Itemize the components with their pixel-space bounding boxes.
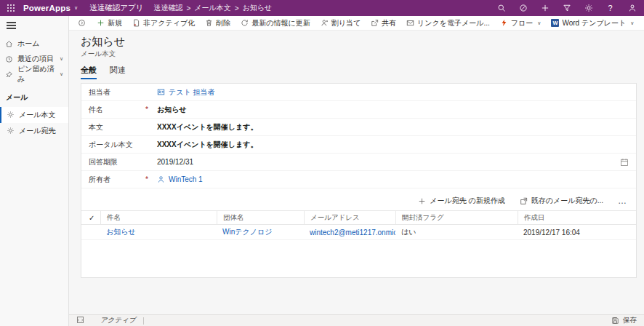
subgrid-new-button[interactable]: メール宛先 の新規作成 [418,196,504,206]
sidebar-section-mail: メール [0,82,68,107]
account-icon[interactable] [627,4,637,13]
subgrid-command-bar: メール宛先 の新規作成 既存のメール宛先の... … [81,191,636,210]
trash-icon [205,19,213,27]
chevron-down-icon: ∨ [630,20,634,26]
text-field-portal-body[interactable]: XXXXイベントを開催します。 [157,140,629,150]
word-icon: W [551,19,559,27]
lookup-value-tantousha[interactable]: テスト 担当者 [157,87,214,98]
form-tabs: 全般 関連 [81,65,637,79]
word-template-button[interactable]: W Word テンプレート ∨ [546,16,639,30]
sidebar-item-home[interactable]: ホーム [0,36,68,52]
deactivate-icon [132,19,140,27]
filter-icon[interactable] [562,4,571,13]
run-report-button[interactable]: レポートの実行 ∨ [639,16,644,30]
chevron-down-icon[interactable]: ∨ [74,5,78,11]
sidebar-item-label: ピン留め済み [17,64,55,84]
sidebar-item-mail-recipient[interactable]: メール宛先 [0,123,68,139]
column-header[interactable]: 開封済フラグ [395,211,518,224]
cell-subject-link[interactable]: お知らせ [100,227,217,237]
breadcrumb-item[interactable]: メール本文 [194,3,230,13]
breadcrumb: 送達確認 > メール本文 > お知らせ [153,3,272,13]
hamburger-menu-icon[interactable] [7,22,16,29]
search-icon[interactable] [496,4,506,13]
new-button[interactable]: 新規 [92,16,127,30]
cell-created-on: 2019/12/17 16:04 [518,228,636,236]
form-switcher-icon[interactable] [76,316,84,325]
entity-name: メール本文 [81,49,637,59]
delete-button[interactable]: 削除 [200,16,236,30]
assign-button[interactable]: 割り当て [315,16,366,30]
deactivate-button[interactable]: 非アクティブ化 [127,16,200,30]
column-header[interactable]: 件名 [100,211,217,224]
brand-title[interactable]: PowerApps [23,4,71,12]
more-commands-icon[interactable]: … [618,196,627,206]
tab-related[interactable]: 関連 [110,65,126,79]
sidebar-item-pinned[interactable]: ピン留め済み ∨ [0,67,68,82]
form-content: お知らせ メール本文 全般 関連 担当者 テスト 担当者 [69,31,644,314]
field-label: 件名 [89,105,145,115]
quick-create-icon[interactable] [540,4,550,13]
field-row-subject: 件名 * お知らせ [81,101,636,119]
field-row-owner: 所有者 * WinTech 1 [81,171,636,188]
form-section-card: 担当者 テスト 担当者 件名 * お知らせ [81,83,637,278]
field-label: 所有者 [89,175,145,185]
email-icon [406,19,414,27]
column-header[interactable]: メールアドレス [304,211,395,224]
collapse-commands-icon[interactable] [72,16,92,30]
grid-header-row: ✓ 件名 団体名 メールアドレス 開封済フラグ 作成日 [81,210,636,225]
cell-org-link[interactable]: Winテクノロジ [217,227,304,237]
field-row-body: 本文 XXXXイベントを開催します。 [81,119,636,136]
breadcrumb-item[interactable]: 送達確認 [153,3,182,13]
breadcrumb-item[interactable]: お知らせ [243,3,273,13]
sidebar-item-label: ホーム [17,39,39,49]
record-title: お知らせ [81,35,637,49]
waffle-icon[interactable] [7,4,15,12]
sidebar-item-label: メール宛先 [19,126,55,136]
cell-email-link[interactable]: wintech2@meti1217.onmicrosoft.com [304,228,395,236]
sidebar-item-label: 最近の項目 [17,54,54,64]
text-field-body[interactable]: XXXXイベントを開催します。 [157,122,629,132]
header-actions: ? [496,4,637,13]
save-button[interactable]: 保存 [611,316,637,325]
refresh-button[interactable]: 最新の情報に更新 [236,16,315,30]
app-name: 送達確認アプリ [89,3,143,13]
chevron-down-icon: ∨ [60,71,63,77]
tab-general[interactable]: 全般 [81,65,97,79]
column-header[interactable]: 団体名 [217,211,304,224]
lookup-value-owner[interactable]: WinTech 1 [157,175,203,183]
select-all-check-icon[interactable]: ✓ [81,214,100,222]
share-icon [371,19,379,27]
field-row-owner-contact: 担当者 テスト 担当者 [81,84,636,101]
table-row[interactable]: お知らせ Winテクノロジ wintech2@meti1217.onmicros… [81,225,636,240]
calendar-icon[interactable] [620,158,629,167]
sidebar-item-mail-body[interactable]: メール本文 [0,107,68,123]
cell-opened-flag: はい [395,227,518,237]
text-field-subject[interactable]: お知らせ [157,105,629,115]
date-field-deadline[interactable]: 2019/12/31 [157,158,629,167]
subgrid-add-existing-button[interactable]: 既存のメール宛先の... [520,196,603,206]
field-label: 回答期限 [89,157,145,167]
flow-button[interactable]: フロー ∨ [495,16,547,30]
entity-gear-icon [7,111,15,119]
field-label: 本文 [89,122,145,132]
app-header: PowerApps ∨ 送達確認アプリ 送達確認 > メール本文 > お知らせ … [0,0,644,16]
save-icon [611,317,619,325]
form-footer: アクティブ 保存 [69,314,644,326]
divider [143,317,144,325]
field-row-portal-body: ポータル本文 XXXXイベントを開催します。 [81,136,636,154]
sidebar-item-label: メール本文 [19,110,55,120]
email-link-button[interactable]: リンクを電子メール... [401,16,495,30]
mail-recipient-subgrid: ✓ 件名 団体名 メールアドレス 開封済フラグ 作成日 お知らせ Winテクノロ… [81,210,636,240]
field-label: ポータル本文 [89,140,145,150]
offline-status-icon[interactable] [518,4,528,13]
help-icon[interactable]: ? [605,4,615,13]
powerapps-window: PowerApps ∨ 送達確認アプリ 送達確認 > メール本文 > お知らせ … [0,0,644,326]
breadcrumb-separator: > [235,4,239,12]
plus-icon [418,197,426,205]
column-header[interactable]: 作成日 [518,211,636,224]
pin-icon [5,71,13,79]
gear-icon[interactable] [584,4,593,13]
required-marker: * [145,175,157,183]
required-marker: * [145,106,157,114]
share-button[interactable]: 共有 [366,16,401,30]
